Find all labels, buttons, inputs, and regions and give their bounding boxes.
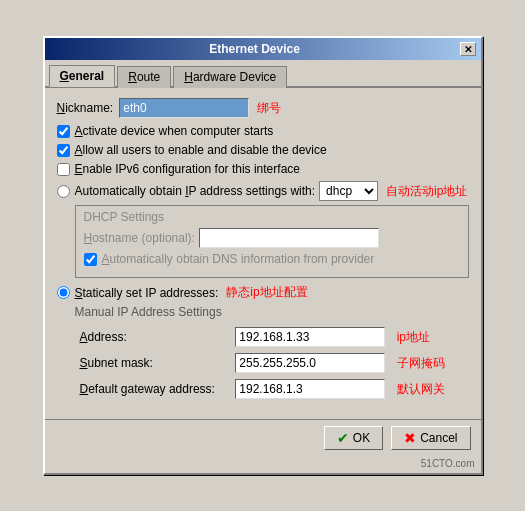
dns-auto-checkbox[interactable] bbox=[84, 253, 97, 266]
activate-checkbox[interactable] bbox=[57, 125, 70, 138]
subnet-row: Subnet mask: 子网掩码 bbox=[77, 351, 467, 375]
dhcp-group-title: DHCP Settings bbox=[84, 210, 460, 224]
static-radio-row: Statically set IP addresses: 静态ip地址配置 bbox=[57, 284, 469, 301]
allow-users-checkbox-row: Allow all users to enable and disable th… bbox=[57, 143, 469, 157]
cancel-icon: ✖ bbox=[404, 430, 416, 446]
activate-label: Activate device when computer starts bbox=[75, 124, 274, 138]
allow-users-label: Allow all users to enable and disable th… bbox=[75, 143, 327, 157]
allow-users-checkbox[interactable] bbox=[57, 144, 70, 157]
static-radio-section: Statically set IP addresses: 静态ip地址配置 Ma… bbox=[57, 284, 469, 403]
static-radio-label: Statically set IP addresses: bbox=[75, 286, 219, 300]
gateway-row: Default gateway address: 默认网关 bbox=[77, 377, 467, 401]
nickname-label: Nickname: bbox=[57, 101, 114, 115]
ip-table: Address: ip地址 Subnet mask: 子网掩码 bbox=[75, 323, 469, 403]
static-annotation: 静态ip地址配置 bbox=[226, 284, 307, 301]
gateway-input[interactable] bbox=[235, 379, 385, 399]
close-button[interactable]: ✕ bbox=[460, 42, 476, 56]
gateway-label: Default gateway address: bbox=[77, 377, 231, 401]
tab-general[interactable]: General bbox=[49, 65, 116, 87]
tab-hardware-label: Hardware Device bbox=[184, 70, 276, 84]
manual-ip-title: Manual IP Address Settings bbox=[75, 305, 469, 319]
cancel-button[interactable]: ✖ Cancel bbox=[391, 426, 470, 450]
subnet-label: Subnet mask: bbox=[77, 351, 231, 375]
address-input[interactable] bbox=[235, 327, 385, 347]
cancel-label: Cancel bbox=[420, 431, 457, 445]
tab-route-label: Route bbox=[128, 70, 160, 84]
address-label: Address: bbox=[77, 325, 231, 349]
ipv6-label: Enable IPv6 configuration for this inter… bbox=[75, 162, 300, 176]
window-title: Ethernet Device bbox=[50, 42, 460, 56]
nickname-input[interactable] bbox=[119, 98, 249, 118]
dns-auto-label: Automatically obtain DNS information fro… bbox=[102, 252, 375, 266]
nickname-row: Nickname: 绑号 bbox=[57, 98, 469, 118]
static-ip-group: Manual IP Address Settings Address: ip地址… bbox=[75, 305, 469, 403]
gateway-annotation: 默认网关 bbox=[397, 382, 445, 396]
hostname-input[interactable] bbox=[199, 228, 379, 248]
address-row: Address: ip地址 bbox=[77, 325, 467, 349]
tab-hardware[interactable]: Hardware Device bbox=[173, 66, 287, 88]
watermark-text: 51CTO.com bbox=[421, 458, 475, 469]
tab-content: Nickname: 绑号 Activate device when comput… bbox=[45, 88, 481, 419]
tab-route[interactable]: Route bbox=[117, 66, 171, 88]
watermark: 51CTO.com bbox=[45, 456, 481, 473]
dns-auto-checkbox-row: Automatically obtain DNS information fro… bbox=[84, 252, 460, 266]
dhcp-radio[interactable] bbox=[57, 185, 70, 198]
hostname-row: Hostname (optional): bbox=[84, 228, 460, 248]
tab-bar: General Route Hardware Device bbox=[45, 60, 481, 88]
nickname-annotation: 绑号 bbox=[257, 100, 281, 117]
ethernet-device-window: Ethernet Device ✕ General Route Hardware… bbox=[43, 36, 483, 475]
bottom-bar: ✔ OK ✖ Cancel bbox=[45, 419, 481, 456]
subnet-annotation: 子网掩码 bbox=[397, 356, 445, 370]
hostname-label: Hostname (optional): bbox=[84, 231, 195, 245]
ok-button[interactable]: ✔ OK bbox=[324, 426, 383, 450]
ipv6-checkbox[interactable] bbox=[57, 163, 70, 176]
title-bar: Ethernet Device ✕ bbox=[45, 38, 481, 60]
dhcp-dropdown[interactable]: dhcp bootp dialup static bbox=[319, 181, 378, 201]
dhcp-radio-section: Automatically obtain IP address settings… bbox=[57, 181, 469, 278]
tab-general-label: General bbox=[60, 69, 105, 83]
dhcp-group-box: DHCP Settings Hostname (optional): Autom… bbox=[75, 205, 469, 278]
ok-icon: ✔ bbox=[337, 430, 349, 446]
dhcp-radio-row: Automatically obtain IP address settings… bbox=[57, 181, 469, 201]
dhcp-annotation: 自动活动ip地址 bbox=[386, 183, 467, 200]
activate-checkbox-row: Activate device when computer starts bbox=[57, 124, 469, 138]
static-radio[interactable] bbox=[57, 286, 70, 299]
ok-label: OK bbox=[353, 431, 370, 445]
address-annotation: ip地址 bbox=[397, 330, 430, 344]
dhcp-radio-label: Automatically obtain IP address settings… bbox=[75, 184, 316, 198]
subnet-input[interactable] bbox=[235, 353, 385, 373]
ipv6-checkbox-row: Enable IPv6 configuration for this inter… bbox=[57, 162, 469, 176]
